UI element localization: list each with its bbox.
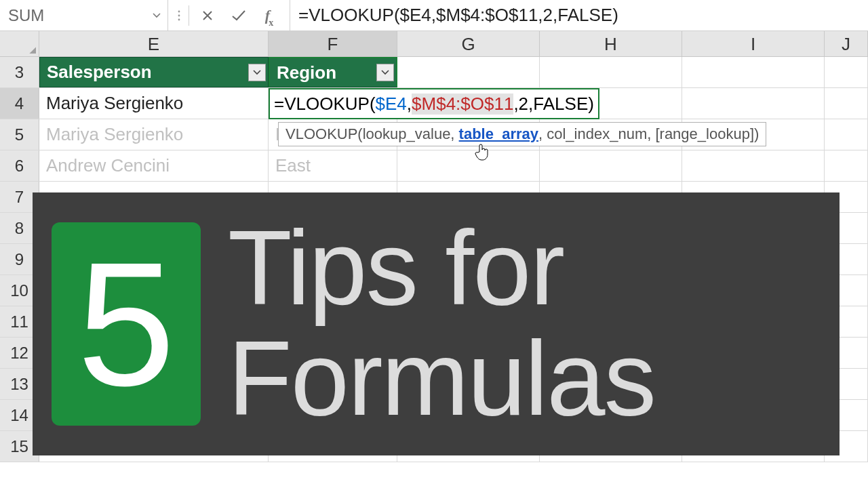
cell[interactable] (825, 88, 868, 119)
filter-button[interactable] (376, 64, 394, 81)
formula-text: ,2,FALSE) (513, 94, 594, 115)
tooltip-fn: VLOOKUP( (285, 125, 363, 142)
banner-title: Tips for Formulas (228, 214, 655, 434)
function-tooltip[interactable]: VLOOKUP(lookup_value, table_array, col_i… (278, 122, 766, 146)
table-header-salesperson[interactable]: Salesperson (39, 57, 269, 87)
row-header-6[interactable]: 6 (0, 150, 39, 181)
table-header-label: Region (277, 62, 336, 83)
cell[interactable] (825, 150, 868, 181)
col-header-F[interactable]: F (269, 31, 397, 56)
expand-namebox-icon[interactable] (172, 0, 186, 31)
cell[interactable] (682, 88, 825, 119)
fx-icon: fx (265, 7, 275, 26)
cell[interactable] (825, 119, 868, 150)
enter-button[interactable] (223, 0, 254, 31)
check-icon (231, 9, 246, 22)
row-6: 6 Andrew Cencini East (0, 150, 868, 182)
col-header-J[interactable]: J (825, 31, 868, 56)
cell-E5[interactable]: Mariya Sergienko (39, 119, 269, 150)
row-header-4[interactable]: 4 (0, 88, 39, 119)
banner-number: 5 (52, 222, 201, 426)
cell[interactable] (397, 150, 540, 181)
cell[interactable] (540, 150, 682, 181)
cell[interactable] (540, 57, 682, 87)
select-all-button[interactable] (0, 31, 39, 56)
x-icon (201, 9, 214, 22)
cursor-icon (475, 142, 491, 161)
col-header-H[interactable]: H (540, 31, 682, 56)
svg-point-1 (178, 14, 180, 16)
chevron-down-icon (253, 70, 261, 75)
formula-ref-1: $E4 (376, 94, 407, 115)
chevron-down-icon (381, 70, 389, 75)
table-header-label: Salesperson (47, 62, 152, 83)
tooltip-arg: , col_index_num, [range_lookup]) (538, 125, 759, 142)
svg-point-0 (178, 10, 180, 12)
svg-point-2 (178, 18, 180, 20)
cell-E4[interactable]: Mariya Sergienko (39, 88, 269, 119)
cell-editor[interactable]: =VLOOKUP($E4,$M$4:$O$11,2,FALSE) (269, 88, 599, 119)
formula-text: =VLOOKUP( (274, 94, 376, 115)
formula-bar-buttons: fx (168, 0, 290, 30)
table-header-region[interactable]: Region (269, 57, 397, 87)
name-box-wrap: SUM (0, 0, 168, 30)
formula-bar-input[interactable]: =VLOOKUP($E4,$M$4:$O$11,2,FALSE) (290, 0, 868, 30)
row-header-3[interactable]: 3 (0, 57, 39, 87)
col-header-I[interactable]: I (682, 31, 825, 56)
cell-F6[interactable]: East (269, 150, 397, 181)
row-header-5[interactable]: 5 (0, 119, 39, 150)
cell[interactable] (682, 57, 825, 87)
row-3: 3 Salesperson Region (0, 57, 868, 88)
cell-E6[interactable]: Andrew Cencini (39, 150, 269, 181)
insert-function-button[interactable]: fx (254, 0, 285, 31)
name-box[interactable]: SUM (4, 5, 150, 26)
banner-line-1: Tips for (228, 214, 655, 324)
filter-button[interactable] (248, 64, 266, 81)
cell[interactable] (682, 150, 825, 181)
cell[interactable] (825, 57, 868, 87)
tooltip-arg: lookup_value, (363, 125, 459, 142)
col-header-E[interactable]: E (39, 31, 269, 56)
formula-text: , (407, 94, 412, 115)
formula-ref-2: $M$4:$O$11 (412, 94, 513, 115)
column-headers: E F G H I J (0, 31, 868, 57)
cancel-button[interactable] (192, 0, 223, 31)
cell[interactable] (397, 57, 540, 87)
name-box-dropdown-icon[interactable] (150, 9, 163, 22)
overlay-banner: 5 Tips for Formulas (33, 192, 840, 455)
tooltip-active-arg[interactable]: table_array (459, 125, 538, 142)
col-header-G[interactable]: G (397, 31, 540, 56)
banner-line-2: Formulas (228, 324, 655, 434)
formula-bar: SUM fx =VLOOKUP($E4,$M$4:$O$11,2,FALSE) (0, 0, 868, 31)
